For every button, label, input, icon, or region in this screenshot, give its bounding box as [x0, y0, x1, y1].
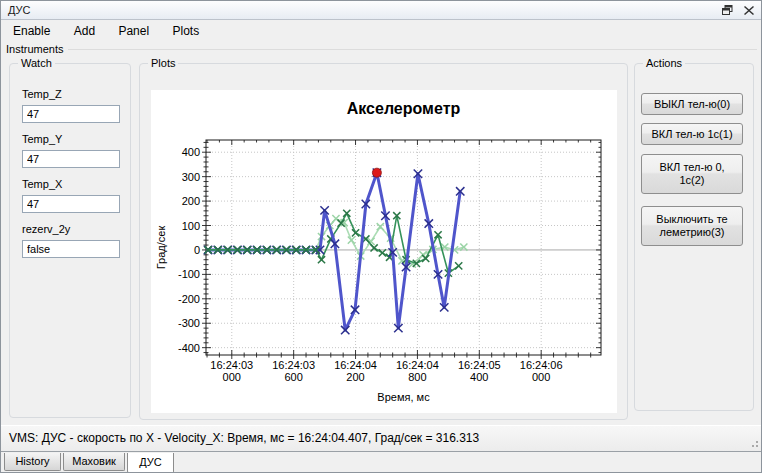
plots-group-label: Plots — [148, 57, 178, 69]
actions-group: Actions ВЫКЛ тел-ю(0) ВКЛ тел-ю 1с(1) ВК… — [634, 63, 754, 411]
svg-text:16:24:05: 16:24:05 — [458, 359, 501, 371]
temp-z-value-field[interactable] — [22, 105, 120, 123]
menu-item-plots[interactable]: Plots — [170, 21, 201, 41]
svg-text:0: 0 — [194, 244, 200, 256]
close-icon[interactable] — [741, 3, 757, 17]
svg-text:16:24:06: 16:24:06 — [520, 359, 563, 371]
dus-window: ДУС Enable Add Panel Plots Instrument — [0, 0, 762, 473]
watch-field-temp-z: Temp_Z — [22, 88, 130, 133]
watch-field-temp-y: Temp_Y — [22, 133, 130, 178]
svg-text:400: 400 — [470, 371, 488, 383]
svg-text:200: 200 — [346, 371, 364, 383]
resize-grip[interactable] — [749, 438, 759, 448]
button-label-line1: Выключить те — [656, 213, 727, 226]
instruments-group-header: Instruments — [6, 42, 757, 56]
svg-text:Град/сек: Град/сек — [155, 226, 167, 270]
svg-text:16:24:03: 16:24:03 — [210, 359, 253, 371]
telemetry-on-1s-button[interactable]: ВКЛ тел-ю 1с(1) — [641, 123, 743, 145]
svg-text:300: 300 — [182, 171, 200, 183]
button-label: ВЫКЛ тел-ю(0) — [654, 98, 730, 111]
plots-group: Plots 16:24:0300016:24:0360016:24:042001… — [139, 63, 628, 420]
telemetry-disable-3-button[interactable]: Выключить те леметрию(3) — [641, 206, 743, 246]
instruments-group-label: Instruments — [6, 43, 68, 55]
svg-text:Время, мс: Время, мс — [377, 391, 430, 403]
button-label-line2: леметрию(3) — [660, 226, 725, 239]
temp-y-label: Temp_Y — [22, 133, 130, 148]
button-label-line1: ВКЛ тел-ю 0, — [659, 161, 724, 174]
svg-text:16:24:04: 16:24:04 — [334, 359, 377, 371]
title-bar[interactable]: ДУС — [1, 1, 761, 20]
svg-text:-400: -400 — [178, 342, 200, 354]
tab-mahovik[interactable]: Маховик — [63, 453, 125, 471]
svg-text:000: 000 — [532, 371, 550, 383]
watch-field-rezerv-2y: rezerv_2y — [22, 223, 130, 268]
instruments-divider — [68, 49, 757, 50]
temp-z-label: Temp_Z — [22, 88, 130, 103]
telemetry-off-0-button[interactable]: ВЫКЛ тел-ю(0) — [641, 93, 743, 115]
menu-item-panel[interactable]: Panel — [116, 21, 151, 41]
svg-text:800: 800 — [408, 371, 426, 383]
svg-text:Акселерометр: Акселерометр — [347, 100, 461, 117]
watch-group-label: Watch — [18, 57, 55, 69]
button-label: ВКЛ тел-ю 1с(1) — [651, 128, 732, 141]
svg-text:100: 100 — [182, 220, 200, 232]
window-title: ДУС — [8, 4, 31, 16]
tab-history[interactable]: History — [4, 453, 61, 471]
temp-y-value-field[interactable] — [22, 150, 120, 168]
button-label-line2: 1с(2) — [679, 174, 704, 187]
tab-dus[interactable]: ДУС — [127, 453, 174, 473]
svg-text:-300: -300 — [178, 317, 200, 329]
menu-bar: Enable Add Panel Plots — [1, 21, 761, 41]
svg-text:16:24:04: 16:24:04 — [396, 359, 439, 371]
svg-text:-100: -100 — [178, 268, 200, 280]
temp-x-label: Temp_X — [22, 178, 130, 193]
accelerometer-chart: 16:24:0300016:24:0360016:24:0420016:24:0… — [151, 90, 617, 413]
bottom-tab-strip: History Маховик ДУС — [1, 453, 761, 472]
accelerometer-plot-panel[interactable]: 16:24:0300016:24:0360016:24:0420016:24:0… — [151, 90, 617, 413]
watch-group: Watch Temp_Z Temp_Y Temp_X rezerv_2y — [9, 63, 131, 418]
rezerv-2y-value-field[interactable] — [22, 240, 120, 258]
menu-item-add[interactable]: Add — [72, 21, 97, 41]
svg-text:400: 400 — [182, 146, 200, 158]
svg-text:000: 000 — [223, 371, 241, 383]
actions-group-label: Actions — [643, 57, 685, 69]
temp-x-value-field[interactable] — [22, 195, 120, 213]
menu-item-enable[interactable]: Enable — [11, 21, 52, 41]
status-bar: VMS: ДУС - скорость по X - Velocity_X: В… — [1, 425, 761, 452]
telemetry-on-0-1s-button[interactable]: ВКЛ тел-ю 0, 1с(2) — [641, 154, 743, 194]
svg-text:16:24:03: 16:24:03 — [272, 359, 315, 371]
restore-icon[interactable] — [719, 3, 735, 17]
svg-text:-200: -200 — [178, 293, 200, 305]
rezerv-2y-label: rezerv_2y — [22, 223, 130, 238]
svg-text:600: 600 — [284, 371, 302, 383]
watch-field-temp-x: Temp_X — [22, 178, 130, 223]
status-text: VMS: ДУС - скорость по X - Velocity_X: В… — [9, 431, 479, 445]
svg-text:200: 200 — [182, 195, 200, 207]
